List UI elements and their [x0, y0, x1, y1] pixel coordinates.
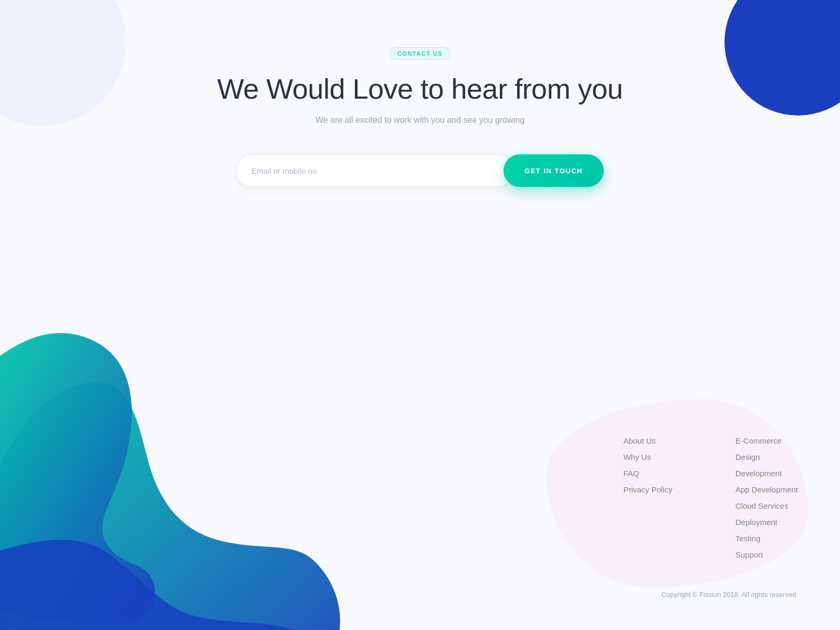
get-in-touch-button[interactable]: GET IN TOUCH	[503, 154, 604, 187]
footer-link-design[interactable]: Design	[736, 453, 798, 461]
blob-decoration	[0, 236, 399, 630]
footer-link-testing[interactable]: Testing	[736, 534, 798, 543]
footer-link-why-us[interactable]: Why Us	[623, 453, 672, 461]
footer-link-privacy-policy[interactable]: Privacy Policy	[623, 485, 672, 494]
contact-form: GET IN TOUCH	[236, 154, 604, 187]
footer: About Us Why Us FAQ Privacy Policy E-Com…	[368, 415, 840, 630]
footer-column-1: About Us Why Us FAQ Privacy Policy	[623, 436, 672, 559]
footer-link-cloud-services[interactable]: Cloud Services	[736, 501, 798, 510]
footer-link-development[interactable]: Development	[736, 469, 798, 478]
contact-badge: CONTACT US	[390, 47, 450, 60]
footer-column-2: E-Commerce Design Development App Develo…	[736, 436, 798, 559]
footer-link-app-development[interactable]: App Development	[736, 485, 798, 494]
main-heading: We Would Love to hear from you	[217, 72, 623, 105]
main-subtext: We are all excited to work with you and …	[316, 116, 524, 125]
footer-copyright: Copyright © Fission 2018. All rights res…	[388, 591, 798, 598]
footer-columns: About Us Why Us FAQ Privacy Policy E-Com…	[388, 436, 798, 559]
footer-link-faq[interactable]: FAQ	[623, 469, 672, 478]
main-content: CONTACT US We Would Love to hear from yo…	[0, 0, 840, 187]
footer-link-about-us[interactable]: About Us	[623, 436, 672, 445]
footer-link-deployment[interactable]: Deployment	[736, 518, 798, 527]
footer-link-support[interactable]: Support	[736, 550, 798, 559]
email-input[interactable]	[236, 154, 514, 187]
footer-link-ecommerce[interactable]: E-Commerce	[736, 436, 798, 445]
